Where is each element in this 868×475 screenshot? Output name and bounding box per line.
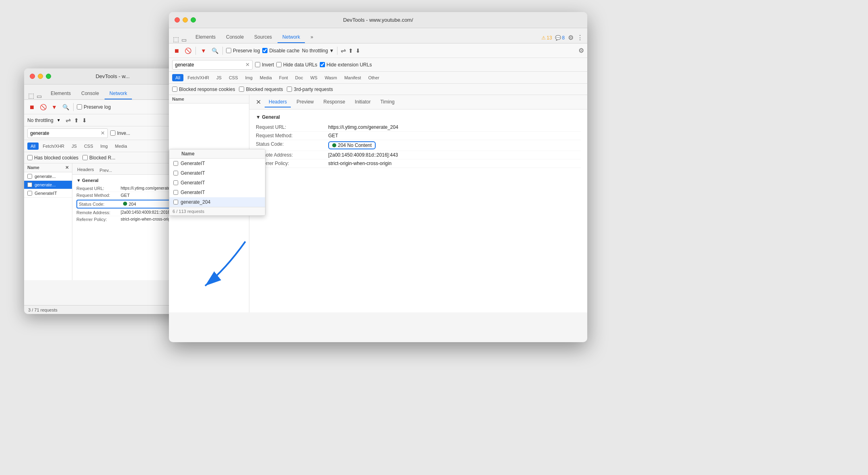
key-method-back: Request Method: [76, 193, 121, 198]
tab-headers-front[interactable]: Headers [265, 97, 291, 107]
preserve-log-back[interactable]: Preserve log [77, 104, 111, 110]
dropdown-item-3[interactable]: GenerateIT [169, 178, 265, 188]
wifi-icon-front: ⇌ [341, 47, 346, 54]
tab-elements-front[interactable]: Elements [191, 32, 220, 43]
speech-bubble-icon: 💬 [555, 35, 561, 41]
search-button-front[interactable]: 🔍 [210, 46, 219, 55]
search-button-back[interactable]: 🔍 [61, 103, 70, 112]
record-button-back[interactable]: ⏹ [27, 103, 36, 112]
record-button-front[interactable]: ⏹ [172, 46, 181, 55]
close-details-button[interactable]: ✕ [253, 97, 263, 107]
blocked-cookies-back[interactable]: Has blocked cookies [27, 155, 78, 161]
filter-tabs-front: All Fetch/XHR JS CSS Img Media Font Doc … [169, 72, 587, 84]
filter-other-front[interactable]: Other [365, 74, 383, 81]
download-icon-back: ⬇ [82, 117, 87, 124]
key-status-back: Status Code: [79, 202, 123, 207]
tab-network-back[interactable]: Network [105, 88, 132, 99]
traffic-lights-back [30, 74, 51, 79]
info-badge-front: 💬 8 [555, 35, 565, 41]
maximize-button-back[interactable] [46, 74, 51, 79]
invert-checkbox-front[interactable]: Invert [255, 62, 274, 68]
dropdown-item-2[interactable]: GenerateIT [169, 168, 265, 178]
search-clear-front[interactable]: ✕ [245, 62, 250, 68]
tab-console-back[interactable]: Console [76, 88, 104, 99]
details-tabs-front: ✕ Headers Preview Response Initiator Tim… [249, 95, 587, 109]
preserve-log-front[interactable]: Preserve log [226, 48, 260, 54]
divider1-front [195, 47, 196, 55]
filter-js-back[interactable]: JS [68, 142, 80, 150]
filter-font-front[interactable]: Font [276, 74, 291, 81]
throttle-select-front[interactable]: No throttling ▼ [302, 48, 334, 54]
request-item-2-back[interactable]: generate... [24, 181, 72, 189]
filter-doc-front[interactable]: Doc [292, 74, 306, 81]
filter-all-back[interactable]: All [27, 142, 39, 150]
preserve-log-checkbox-back[interactable] [77, 104, 82, 109]
hide-data-urls-front[interactable]: Hide data URLs [276, 62, 317, 68]
tab-response-front[interactable]: Response [319, 97, 349, 107]
search-input-front[interactable] [175, 62, 245, 68]
tab-sources-front[interactable]: Sources [249, 32, 277, 43]
row-referrer-front: Referrer Policy: strict-origin-when-cros… [256, 159, 581, 168]
filter-button-front[interactable]: ▼ [199, 46, 208, 55]
tab-overflow-front[interactable]: » [306, 32, 318, 43]
status-code-text: 204 No Content [338, 142, 372, 148]
request-item-1-back[interactable]: generate... [24, 172, 72, 181]
filter-img-front[interactable]: Img [242, 74, 256, 81]
disable-cache-checkbox-front[interactable] [262, 48, 267, 53]
preserve-log-checkbox-front[interactable] [226, 48, 231, 53]
section-title-front: ▼ General [256, 114, 581, 120]
minimize-button-back[interactable] [38, 74, 43, 79]
dropdown-item-1[interactable]: GenerateIT [169, 159, 265, 168]
third-party-requests-front[interactable]: 3rd-party requests [287, 87, 333, 92]
tab-network-front[interactable]: Network [278, 32, 305, 43]
blocked-requests-back[interactable]: Blocked R... [82, 155, 115, 161]
chevron-down-icon-throttle: ▼ [329, 48, 334, 54]
filter-css-front[interactable]: CSS [226, 74, 241, 81]
download-icon-front: ⬇ [356, 48, 360, 54]
search-input-back[interactable] [30, 130, 101, 136]
gear-icon-front[interactable]: ⚙ [568, 34, 574, 41]
hide-extension-urls-front[interactable]: Hide extension URLs [320, 62, 372, 68]
request-item-3-back[interactable]: GenerateIT [24, 189, 72, 198]
tab-console-front[interactable]: Console [221, 32, 249, 43]
filter-ws-front[interactable]: WS [307, 74, 321, 81]
clear-button-front[interactable]: 🚫 [183, 46, 192, 55]
clear-button-back[interactable]: 🚫 [39, 103, 47, 112]
divider2-front [222, 47, 223, 55]
tab-preview-front[interactable]: Preview [292, 97, 318, 107]
invert-cb-back[interactable] [110, 130, 115, 136]
filter-wasm-front[interactable]: Wasm [321, 74, 340, 81]
filter-fetchxhr-back[interactable]: Fetch/XHR [39, 142, 68, 150]
tab-headers-back[interactable]: Headers [75, 165, 97, 174]
close-button-back[interactable] [30, 74, 35, 79]
dots-icon-front[interactable]: ⋮ [577, 34, 583, 41]
requests-panel-back: Name ✕ generate... generate... GenerateI… [24, 163, 72, 280]
window-title-back: DevTools - w... [96, 73, 130, 79]
filter-js-front[interactable]: JS [213, 74, 225, 81]
dropdown-item-5[interactable]: generate_204 [169, 197, 265, 207]
filter-fetchxhr-front[interactable]: Fetch/XHR [184, 74, 212, 81]
maximize-button-front[interactable] [191, 17, 196, 23]
tab-preview-back[interactable]: Prev... [97, 166, 115, 174]
minimize-button-front[interactable] [183, 17, 188, 23]
blocked-response-cookies-front[interactable]: Blocked response cookies [172, 87, 235, 92]
search-clear-back[interactable]: ✕ [101, 130, 105, 136]
filter-media-back[interactable]: Media [112, 142, 130, 150]
filter-img-back[interactable]: Img [97, 142, 111, 150]
invert-checkbox-back[interactable]: Inve... [110, 130, 130, 136]
row-url-front: Request URL: https://i.ytimg.com/generat… [256, 123, 581, 132]
tab-elements-back[interactable]: Elements [46, 88, 76, 99]
close-button-front[interactable] [175, 17, 180, 23]
tab-timing-front[interactable]: Timing [376, 97, 399, 107]
autocomplete-dropdown: Name GenerateIT GenerateIT GenerateIT Ge… [169, 149, 265, 216]
dropdown-item-4[interactable]: GenerateIT [169, 188, 265, 197]
blocked-requests-front[interactable]: Blocked requests [239, 87, 283, 92]
filter-manifest-front[interactable]: Manifest [341, 74, 364, 81]
filter-media-front[interactable]: Media [257, 74, 275, 81]
filter-all-front[interactable]: All [172, 74, 183, 81]
filter-css-back[interactable]: CSS [81, 142, 97, 150]
tab-initiator-front[interactable]: Initiator [351, 97, 374, 107]
settings-icon-front[interactable]: ⚙ [578, 47, 584, 54]
disable-cache-front[interactable]: Disable cache [262, 48, 299, 54]
filter-button-back[interactable]: ▼ [50, 103, 59, 112]
